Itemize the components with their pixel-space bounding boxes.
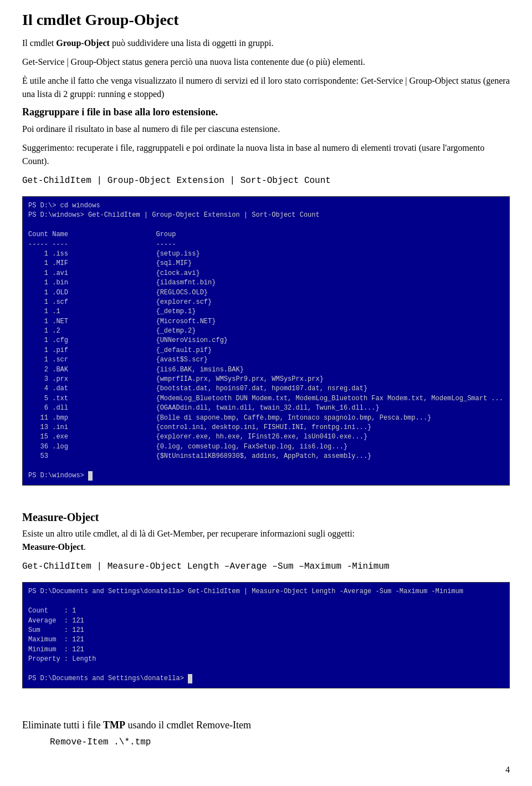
- measure-heading-text: Measure-Object: [22, 511, 99, 523]
- page-number-text: 4: [505, 765, 510, 769]
- section1-heading: Raggruppare i file in base alla loro est…: [22, 106, 510, 118]
- title-prefix: Il cmdlet: [22, 11, 85, 28]
- measure-command-label: Get-ChildItem | Measure-Object Length –A…: [22, 559, 510, 573]
- measure-period: .: [84, 542, 86, 552]
- section1-para1: Poi ordinare il risultato in base al num…: [22, 123, 510, 136]
- eliminate-bold: TMP: [103, 719, 125, 731]
- command1-label: Get-ChildItem | Group-Object Extension |…: [22, 173, 510, 187]
- intro1-post: può suddividere una lista di oggetti in …: [110, 38, 274, 48]
- eliminate-post: usando il cmdlet Remove-Item: [125, 719, 251, 731]
- terminal2-content: PS D:\Documents and Settings\donatella> …: [28, 588, 463, 682]
- measure-para: Esiste un altro utile cmdlet, al di là d…: [22, 527, 510, 554]
- title-main: Group-Object: [85, 11, 179, 28]
- intro-para-2: Get-Service | Group-Object status genera…: [22, 55, 510, 69]
- command1-text: Get-ChildItem | Group-Object Extension |…: [22, 176, 331, 186]
- remove-item-text: Remove-Item .\*.tmp: [50, 737, 151, 747]
- terminal2-cursor: [188, 674, 192, 683]
- terminal1-cursor: [88, 471, 93, 481]
- section1-para2: Suggerimento: recuperate i file, raggrup…: [22, 141, 510, 168]
- intro-para-1: Il cmdlet Group-Object può suddividere u…: [22, 37, 510, 50]
- intro1-pre: Il cmdlet: [22, 38, 56, 48]
- page-number: 4: [505, 765, 510, 769]
- remove-item-cmd: Remove-Item .\*.tmp: [50, 737, 510, 747]
- intro1-bold: Group-Object: [56, 38, 110, 48]
- measure-bold: Measure-Object: [22, 542, 84, 552]
- intro-para-3: È utile anche il fatto che venga visuali…: [22, 74, 510, 101]
- eliminate-pre: Eliminate tutti i file: [22, 719, 103, 731]
- measure-para-text: Esiste un altro utile cmdlet, al di là d…: [22, 529, 355, 538]
- page-title: Il cmdlet Group-Object: [22, 11, 510, 29]
- terminal-block-1: PS D:\> cd windows PS D:\windows> Get-Ch…: [22, 196, 510, 486]
- terminal1-content: PS D:\> cd windows PS D:\windows> Get-Ch…: [28, 202, 503, 479]
- eliminate-heading: Eliminate tutti i file TMP usando il cmd…: [22, 719, 510, 731]
- measure-command-text: Get-ChildItem | Measure-Object Length –A…: [22, 562, 390, 571]
- measure-heading: Measure-Object: [22, 511, 510, 524]
- terminal-block-2: PS D:\Documents and Settings\donatella> …: [22, 582, 510, 688]
